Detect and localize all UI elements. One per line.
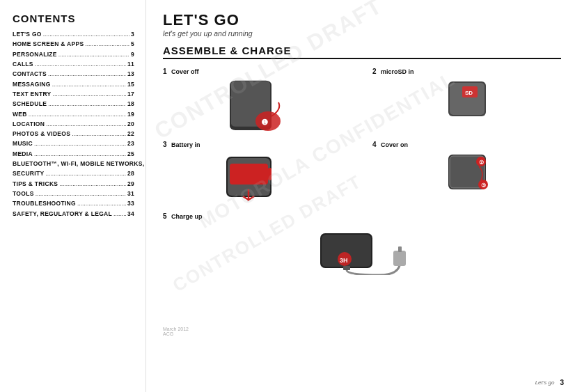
step-3-label: Battery in xyxy=(171,141,200,148)
toc-dots: ........................................… xyxy=(52,80,126,88)
toc-dots: ........................................… xyxy=(46,120,126,128)
svg-rect-23 xyxy=(398,246,402,252)
footer-label: Let's go xyxy=(535,379,555,386)
toc-page: 15 xyxy=(127,80,134,88)
step-5-label: Charge up xyxy=(171,213,203,220)
toc-label: WEB xyxy=(13,110,27,118)
toc-dots: ........................................… xyxy=(48,70,126,78)
svg-rect-11 xyxy=(268,168,271,180)
step-2-label: microSD in xyxy=(381,68,414,75)
toc-item: MUSIC ..................................… xyxy=(13,139,134,148)
toc-item: PHOTOS & VIDEOS ........................… xyxy=(13,130,134,138)
toc-page: 22 xyxy=(127,130,134,138)
toc-page: 23 xyxy=(127,139,134,148)
toc-item: TOOLS ..................................… xyxy=(13,189,134,198)
toc-dots: ........................................… xyxy=(29,110,126,118)
toc-item: CALLS ..................................… xyxy=(13,60,134,68)
step-4-header: 4 Cover on xyxy=(372,141,408,148)
step-3: 3 Battery in xyxy=(163,141,352,207)
toc-label: LET'S GO xyxy=(13,30,42,38)
toc-dots: ........................................… xyxy=(35,60,126,68)
step-3-num: 3 xyxy=(163,141,167,148)
page-subtitle: let's get you up and running xyxy=(163,29,561,38)
toc-item: HOME SCREEN & APPS .....................… xyxy=(13,40,134,48)
svg-text:SD: SD xyxy=(465,90,473,96)
step-2: 2 microSD in SD xyxy=(372,68,561,134)
toc-dots: ........................................… xyxy=(113,210,126,218)
svg-rect-22 xyxy=(393,251,406,266)
toc-page: 20 xyxy=(127,120,134,128)
step-4-image: ② ③ xyxy=(372,151,561,193)
svg-rect-21 xyxy=(343,266,350,270)
toc-dots: ........................................… xyxy=(59,180,126,188)
date-text: March 2012 ACG xyxy=(163,327,189,336)
toc-list: LET'S GO ...............................… xyxy=(13,30,134,218)
toc-item: SECURITY ...............................… xyxy=(13,169,134,178)
toc-dots: ........................................… xyxy=(77,199,126,207)
toc-label: TOOLS xyxy=(13,189,34,198)
toc-page: 11 xyxy=(127,60,134,68)
toc-page: 31 xyxy=(127,189,134,198)
toc-page: 5 xyxy=(131,40,134,48)
step-5-image: 3H xyxy=(163,223,561,275)
svg-text:➊: ➊ xyxy=(262,118,268,126)
toc-label: CONTACTS xyxy=(13,70,47,78)
toc-dots: ........................................… xyxy=(85,40,129,48)
toc-item: LOCATION ...............................… xyxy=(13,120,134,128)
step-1: 1 Cover off ➊ xyxy=(163,68,352,134)
toc-label: SCHEDULE xyxy=(13,100,47,108)
footer-page: 3 xyxy=(560,379,564,386)
toc-dots: ........................................… xyxy=(43,30,129,38)
toc-label: MEDIA xyxy=(13,150,33,158)
toc-dots: ........................................… xyxy=(36,189,126,198)
step-2-num: 2 xyxy=(372,68,377,75)
toc-dots: ........................................… xyxy=(34,139,126,148)
toc-page: 3 xyxy=(131,30,134,38)
toc-label: TIPS & TRICKS xyxy=(13,180,58,188)
toc-page: 34 xyxy=(127,210,134,218)
step-1-header: 1 Cover off xyxy=(163,68,199,75)
toc-item: CONTACTS ...............................… xyxy=(13,70,134,78)
step-1-image: ➊ xyxy=(163,78,352,134)
toc-page: 25 xyxy=(127,150,134,158)
toc-page: 9 xyxy=(131,50,134,58)
footer: Let's go 3 xyxy=(535,379,564,386)
svg-text:3H: 3H xyxy=(340,257,348,264)
toc-dots: ........................................… xyxy=(72,130,126,138)
toc-page: 28 xyxy=(127,169,134,178)
toc-page: 33 xyxy=(127,199,134,207)
toc-label: CALLS xyxy=(13,60,33,68)
step-5-num: 5 xyxy=(163,212,167,220)
toc-label: LOCATION xyxy=(13,120,45,128)
toc-label: SECURITY xyxy=(13,169,44,178)
toc-label: PERSONALIZE xyxy=(13,50,57,58)
toc-item: SAFETY, REGULATORY & LEGAL .............… xyxy=(13,210,134,218)
toc-item: TIPS & TRICKS ..........................… xyxy=(13,180,134,188)
section-heading: ASSEMBLE & CHARGE xyxy=(163,45,561,59)
toc-item: MESSAGING ..............................… xyxy=(13,80,134,88)
toc-item: LET'S GO ...............................… xyxy=(13,30,134,38)
toc-label: TROUBLESHOOTING xyxy=(13,199,76,207)
step-5: 5 Charge up 3H xyxy=(163,212,561,275)
toc-label: SAFETY, REGULATORY & LEGAL xyxy=(13,210,112,218)
toc-dots: ........................................… xyxy=(48,100,126,108)
svg-text:③: ③ xyxy=(481,182,486,189)
step-2-image: SD xyxy=(372,78,561,120)
steps-grid: 1 Cover off ➊ 2 microSD in xyxy=(163,68,561,207)
toc-label: MESSAGING xyxy=(13,80,51,88)
toc-dots: ........................................… xyxy=(53,90,126,98)
toc-label: PHOTOS & VIDEOS xyxy=(13,130,70,138)
toc-label: TEXT ENTRY xyxy=(13,90,52,98)
step-4-label: Cover on xyxy=(381,141,408,148)
toc-item: TROUBLESHOOTING ........................… xyxy=(13,199,134,207)
toc-dots: ........................................… xyxy=(58,50,129,58)
toc-dots: ........................................… xyxy=(45,169,126,178)
toc-page: 13 xyxy=(127,70,134,78)
toc-item: WEB ....................................… xyxy=(13,110,134,118)
step-2-header: 2 microSD in xyxy=(372,68,414,75)
page-title: LET'S GO xyxy=(163,13,561,28)
step-4-num: 4 xyxy=(372,141,377,148)
step-4: 4 Cover on ② ③ xyxy=(372,141,561,207)
toc-page: 29 xyxy=(127,180,134,188)
step-5-header: 5 Charge up xyxy=(163,212,561,220)
